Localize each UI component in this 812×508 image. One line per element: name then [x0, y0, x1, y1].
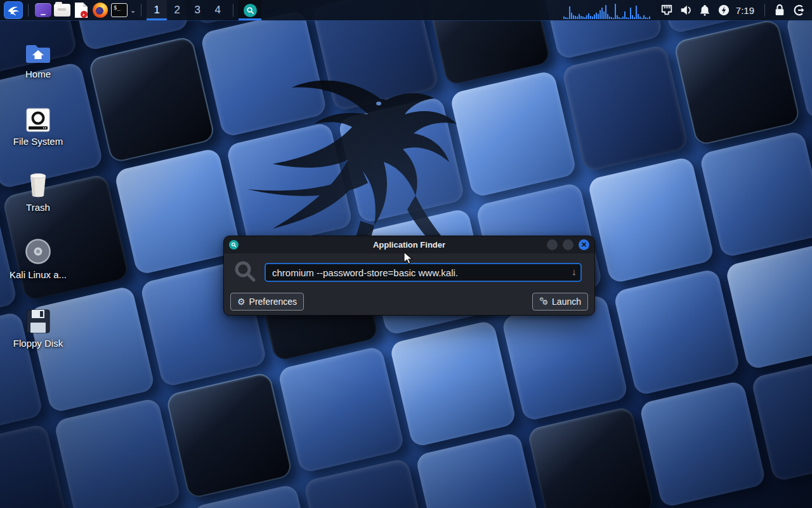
preferences-label: Preferences	[249, 297, 297, 307]
desktop-icon-kali-linux[interactable]: Kali Linux a...	[5, 236, 71, 280]
trash-icon	[5, 169, 71, 198]
firefox-icon	[93, 3, 108, 18]
launcher-text-editor[interactable]	[72, 1, 91, 19]
maximize-button[interactable]	[563, 239, 573, 250]
workspace-3[interactable]: 3	[187, 0, 207, 20]
panel-separator	[141, 4, 141, 17]
top-panel: $_ ⌄ 1 2 3 4	[0, 0, 812, 20]
dropdown-arrow-icon[interactable]: ↓	[569, 266, 579, 277]
workspace-4[interactable]: 4	[207, 0, 228, 20]
kali-dragon-icon	[6, 4, 20, 17]
dialog-title: Application Finder	[224, 240, 594, 250]
floppy-icon	[5, 305, 71, 334]
chevron-down-icon[interactable]: ⌄	[130, 6, 136, 15]
folder-icon	[54, 4, 70, 17]
network-icon[interactable]	[657, 1, 676, 19]
launch-button[interactable]: ⚙⚙ Launch	[532, 293, 588, 311]
cpu-graph[interactable]	[563, 1, 651, 19]
volume-icon[interactable]	[676, 1, 695, 19]
application-finder-dialog: Application Finder ✕ ↓ ⚙ Preferences ⚙⚙ …	[223, 236, 595, 316]
clock: 7:19	[736, 5, 754, 16]
panel-separator	[28, 4, 29, 17]
desktop-icon-label: Floppy Disk	[5, 338, 71, 349]
desktop-icon-label: Kali Linux a...	[5, 269, 71, 280]
panel-separator	[233, 4, 233, 17]
home-folder-icon	[5, 36, 71, 65]
launcher-firefox[interactable]	[91, 1, 110, 19]
kali-menu-button[interactable]	[4, 1, 23, 19]
desktop-icon-label: File System	[5, 136, 71, 147]
panel-separator	[764, 4, 765, 17]
preferences-button[interactable]: ⚙ Preferences	[230, 293, 304, 311]
purple-window-icon	[35, 3, 51, 17]
launch-gears-icon: ⚙⚙	[539, 297, 548, 306]
command-input[interactable]	[265, 263, 582, 282]
workspace-2[interactable]: 2	[167, 0, 187, 20]
desktop-icon-trash[interactable]: Trash	[5, 169, 71, 213]
lock-icon[interactable]	[770, 1, 789, 19]
power-icon[interactable]	[714, 1, 733, 19]
desktop-icon-file-system[interactable]: File System	[5, 103, 71, 147]
desktop-icon-label: Trash	[5, 202, 71, 213]
minimize-button[interactable]	[547, 239, 558, 250]
app-finder-icon	[244, 4, 257, 17]
drive-icon	[5, 103, 71, 132]
workspace-1[interactable]: 1	[147, 0, 167, 20]
logout-icon[interactable]	[789, 1, 808, 19]
launch-label: Launch	[552, 297, 581, 307]
launcher-file-manager[interactable]	[53, 1, 72, 19]
mouse-cursor	[403, 251, 414, 265]
desktop-icon-label: Home	[5, 69, 71, 79]
launcher-window-app[interactable]	[34, 1, 53, 19]
search-icon	[233, 260, 258, 284]
dialog-titlebar[interactable]: Application Finder ✕	[224, 236, 594, 253]
document-edit-icon	[74, 2, 88, 18]
disc-icon	[5, 236, 71, 265]
launcher-terminal[interactable]: $_	[110, 1, 129, 19]
close-button[interactable]: ✕	[579, 239, 589, 250]
desktop-screen: $_ ⌄ 1 2 3 4	[0, 0, 812, 508]
app-finder-button[interactable]	[239, 0, 261, 20]
terminal-icon: $_	[111, 3, 128, 17]
notifications-icon[interactable]	[695, 1, 714, 19]
desktop-icon-home[interactable]: Home	[5, 36, 71, 79]
desktop-icon-floppy-disk[interactable]: Floppy Disk	[5, 305, 71, 349]
gear-icon: ⚙	[237, 297, 246, 306]
